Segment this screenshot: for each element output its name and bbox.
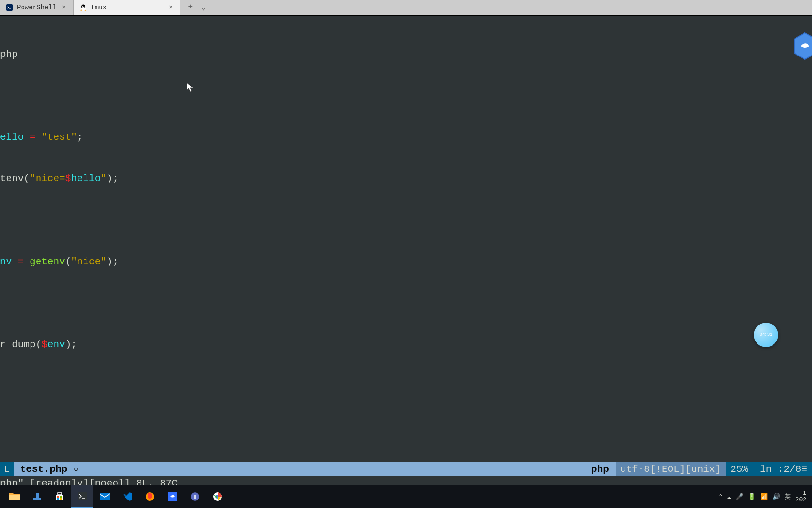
tab-label: tmux — [91, 4, 107, 11]
tux-icon — [79, 4, 87, 11]
svg-rect-0 — [6, 4, 13, 11]
svg-rect-10 — [60, 498, 62, 500]
svg-rect-6 — [36, 493, 39, 498]
vim-filename: test.php — [14, 464, 74, 475]
code-text: hello — [71, 173, 101, 184]
feishu-icon[interactable] — [162, 485, 183, 508]
code-text: ( — [36, 339, 42, 350]
code-text: $ — [41, 339, 47, 350]
app-icon[interactable] — [26, 485, 48, 508]
code-text: ( — [65, 256, 71, 267]
code-text: " — [101, 173, 107, 184]
tab-label: PowerShell — [17, 4, 56, 11]
vscode-icon[interactable] — [117, 485, 138, 508]
vim-percent: 25% — [730, 464, 748, 475]
vim-modified-indicator: ⊝ — [74, 465, 78, 473]
microphone-icon[interactable]: 🎤 — [736, 493, 743, 500]
firefox-icon[interactable] — [139, 485, 161, 508]
code-text: ); — [65, 339, 77, 350]
minimize-button[interactable]: — — [790, 3, 806, 12]
code-text: ; — [77, 132, 83, 143]
file-explorer-icon[interactable] — [4, 485, 25, 508]
terminal-icon[interactable] — [71, 485, 93, 508]
new-tab-button[interactable]: + — [185, 3, 195, 12]
svg-rect-11 — [78, 492, 87, 500]
window-controls: — — [784, 0, 812, 15]
code-text: getenv — [30, 256, 65, 267]
floating-timer-badge[interactable]: 04:31 — [754, 323, 778, 347]
svg-rect-9 — [57, 498, 59, 500]
floating-hex-badge[interactable] — [792, 32, 812, 60]
vim-status-line: L test.php ⊝ php utf-8[!EOL][unix] 25% l… — [0, 462, 812, 476]
code-text: "nice= — [30, 173, 65, 184]
code-editor[interactable]: php ello = "test"; tenv("nice=$hello"); … — [0, 16, 812, 508]
code-text: ello — [0, 132, 23, 143]
code-text: "nice" — [71, 256, 107, 267]
mail-icon[interactable] — [94, 485, 116, 508]
svg-rect-7 — [57, 496, 59, 498]
vim-position: 25% ln :2/8≡ — [726, 462, 812, 476]
chrome-icon[interactable] — [207, 485, 228, 508]
vim-mode: L — [0, 462, 14, 476]
code-text: tenv — [0, 173, 23, 184]
code-text: ); — [107, 173, 118, 184]
svg-rect-5 — [33, 498, 41, 500]
close-icon[interactable]: × — [167, 4, 174, 11]
windows-taskbar: H ⌃ ☁ 🎤 🔋 📶 🔊 英 1 202 — [0, 485, 812, 508]
timer-value: 04:31 — [759, 333, 772, 337]
code-text: = — [12, 256, 30, 267]
battery-icon[interactable]: 🔋 — [748, 493, 756, 500]
clock-date: 202 — [796, 497, 806, 503]
vim-line: ln :2/8≡ — [760, 464, 807, 475]
code-text: "test" — [41, 132, 77, 143]
tray-chevron-icon[interactable]: ⌃ — [719, 493, 723, 500]
svg-point-3 — [82, 6, 83, 7]
code-text: = — [23, 132, 41, 143]
svg-text:H: H — [194, 495, 196, 500]
svg-point-4 — [84, 6, 85, 7]
code-text: $ — [65, 173, 71, 184]
svg-rect-12 — [100, 493, 110, 500]
code-text: php — [0, 49, 18, 60]
svg-rect-8 — [60, 496, 62, 498]
code-text: ); — [107, 256, 118, 267]
terminal-icon — [6, 4, 13, 11]
tab-powershell[interactable]: PowerShell × — [0, 0, 74, 15]
ime-indicator[interactable]: 英 — [785, 492, 791, 501]
clock[interactable]: 1 202 — [796, 490, 806, 504]
tab-dropdown-button[interactable]: ⌄ — [198, 3, 209, 12]
system-tray: ⌃ ☁ 🎤 🔋 📶 🔊 英 1 202 — [719, 490, 812, 504]
vim-encoding: utf-8[!EOL][unix] — [616, 462, 726, 476]
tab-tmux[interactable]: tmux × — [74, 0, 180, 15]
clock-time: 1 — [796, 490, 806, 497]
app-circle-icon[interactable]: H — [184, 485, 206, 508]
titlebar-new-tab-group: + ⌄ — [180, 3, 208, 12]
code-text: env — [47, 339, 65, 350]
vim-filetype: php — [585, 464, 616, 475]
wifi-icon[interactable]: 📶 — [760, 493, 768, 500]
window-titlebar: PowerShell × tmux × + ⌄ — — [0, 0, 812, 15]
code-text: ( — [23, 173, 30, 184]
terminal-area[interactable]: php ello = "test"; tenv("nice=$hello"); … — [0, 15, 812, 508]
close-icon[interactable]: × — [60, 4, 68, 11]
volume-icon[interactable]: 🔊 — [773, 493, 780, 500]
code-text: nv — [0, 256, 12, 267]
code-text: r_dump — [0, 339, 36, 350]
microsoft-store-icon[interactable] — [49, 485, 70, 508]
onedrive-icon[interactable]: ☁ — [727, 493, 731, 500]
